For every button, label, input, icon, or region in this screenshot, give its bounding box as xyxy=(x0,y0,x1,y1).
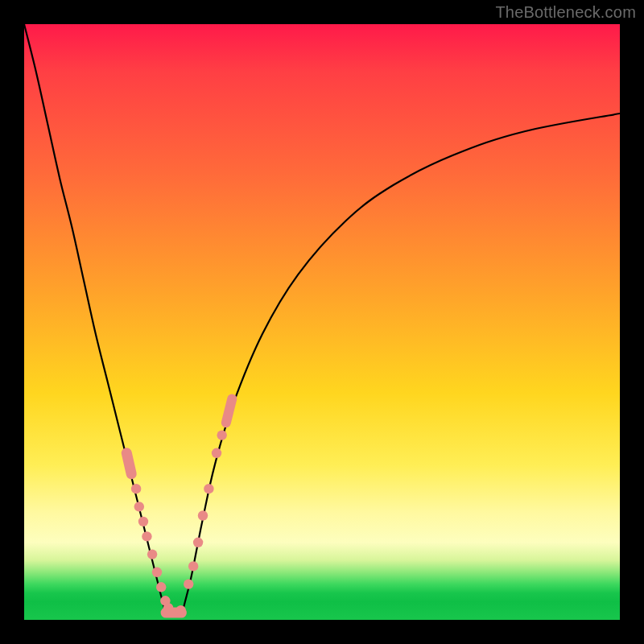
data-marker-pill xyxy=(226,398,232,423)
data-marker xyxy=(138,517,148,526)
data-marker xyxy=(156,582,166,592)
chart-svg xyxy=(24,24,620,620)
curve-right-arm xyxy=(182,114,620,614)
data-marker xyxy=(131,484,141,493)
data-marker xyxy=(147,549,157,559)
data-marker xyxy=(193,538,203,547)
data-marker xyxy=(184,579,193,588)
data-marker-pill xyxy=(126,453,131,474)
chart-frame: TheBottleneck.com xyxy=(0,0,644,644)
data-marker xyxy=(212,448,221,458)
data-marker xyxy=(152,568,162,577)
data-marker xyxy=(134,502,144,511)
data-marker xyxy=(198,510,208,520)
scatter-markers xyxy=(126,398,232,615)
data-marker xyxy=(175,605,185,615)
data-marker xyxy=(188,561,198,571)
data-marker xyxy=(204,484,213,493)
data-marker xyxy=(142,531,151,541)
watermark-text: TheBottleneck.com xyxy=(495,3,636,22)
plot-area xyxy=(24,24,620,620)
data-marker xyxy=(217,430,226,440)
